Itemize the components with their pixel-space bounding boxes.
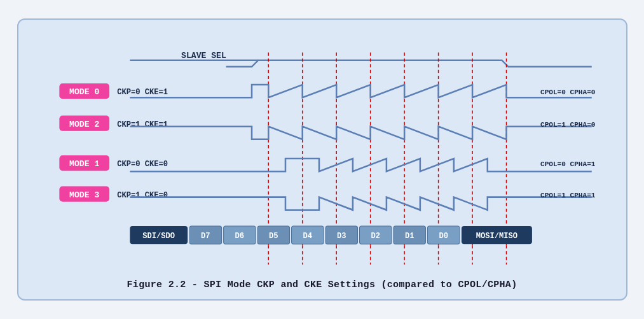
mode1-cpol: CPOL=0 CPHA=1 (540, 160, 596, 168)
mode1-settings: CKP=0 CKE=0 (117, 160, 168, 169)
d7-label: D7 (201, 232, 210, 241)
d4-label: D4 (303, 232, 312, 241)
mode0-label: MODE 0 (69, 87, 99, 97)
mode2-label: MODE 2 (69, 120, 99, 129)
sdi-sdo-label: SDI/SDO (142, 232, 175, 241)
mode3-label: MODE 3 (69, 190, 99, 200)
d3-label: D3 (337, 232, 346, 241)
d5-label: D5 (269, 232, 278, 241)
mode3-settings: CKP=1 CKE=0 (117, 191, 168, 200)
mode1-label: MODE 1 (69, 159, 99, 169)
d1-label: D1 (404, 232, 414, 241)
d6-label: D6 (235, 232, 244, 241)
d0-label: D0 (439, 232, 448, 241)
mode2-settings: CKP=1 CKE=1 (117, 120, 168, 129)
diagram: SLAVE SEL MODE 0 CKP=0 CKE=1 (34, 31, 611, 273)
mode2-cpol: CPOL=1 CPHA=0 (540, 121, 596, 129)
mosi-miso-label: MOSI/MISO (476, 232, 517, 241)
mode0-cpol: CPOL=0 CPHA=0 (540, 89, 596, 96)
slave-sel-label: SLAVE SEL (181, 51, 226, 60)
mode3-cpol: CPOL=1 CPHA=1 (540, 192, 596, 199)
diagram-container: SLAVE SEL MODE 0 CKP=0 CKE=1 (17, 18, 627, 301)
mode0-settings: CKP=0 CKE=1 (117, 88, 168, 97)
d2-label: D2 (371, 232, 380, 241)
figure-caption: Figure 2.2 - SPI Mode CKP and CKE Settin… (34, 280, 611, 290)
